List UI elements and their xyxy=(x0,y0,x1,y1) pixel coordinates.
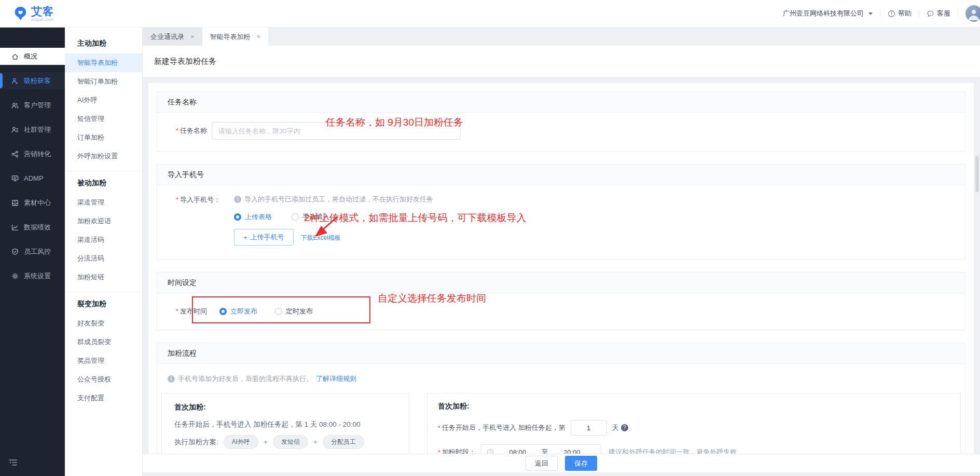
gear-icon xyxy=(11,272,19,280)
user-avatar[interactable] xyxy=(965,5,980,22)
company-selector[interactable]: 广州壹豆网络科技有限公司 xyxy=(783,9,873,18)
secondary-sidebar: 主动加粉 智能导表加粉 智能订单加粉 AI外呼 短信管理 订单加粉 外呼加粉设置… xyxy=(65,28,143,476)
sidebar-item-materials[interactable]: 素材中心 xyxy=(0,194,65,211)
form-card: 任务名称 *任务名称 任务名称，如 9月30日加粉任务 导入手机号 *导入手机号… xyxy=(148,83,974,454)
logo-pin-icon xyxy=(13,6,27,21)
plan-pill-assign-staff: 分配员工 xyxy=(323,435,364,449)
tab-smart-import[interactable]: 智能导表加粉 × xyxy=(202,28,269,46)
sidebar-item-risk-control[interactable]: 员工风控 xyxy=(0,243,65,260)
sidebar-item-customers[interactable]: 客户管理 xyxy=(0,97,65,114)
submenu-item-friend-fission[interactable]: 好友裂变 xyxy=(65,314,142,333)
help-icon xyxy=(888,10,895,18)
home-icon xyxy=(11,52,19,61)
divider xyxy=(958,10,958,17)
sidebar-item-performance[interactable]: 数据绩效 xyxy=(0,219,65,236)
brand-logo[interactable]: 艾客 aiagain.com xyxy=(13,6,54,22)
red-arrow-annotation xyxy=(309,213,344,240)
share-icon xyxy=(11,150,19,158)
logo-domain: aiagain.com xyxy=(31,18,54,22)
submenu-item-ai-call[interactable]: AI外呼 xyxy=(65,91,142,110)
flow-preview-panel: 首次加粉: 任务开始后，手机号进入 加粉任务起，第 1 天 08:00 - 20… xyxy=(161,393,409,454)
back-button[interactable]: 返回 xyxy=(526,456,558,471)
section-task-name-header: 任务名称 xyxy=(157,92,965,113)
upload-phone-button[interactable]: + 上传手机号 xyxy=(234,229,294,246)
question-icon[interactable]: ? xyxy=(621,424,628,431)
user-group-icon xyxy=(11,126,19,134)
radio-manual-input[interactable] xyxy=(292,213,299,221)
scrollbar-thumb[interactable] xyxy=(975,156,979,192)
flow-editor-panel: 首次加粉: * 任务开始后，手机号进入 加粉任务起，第 天 ? * 加粉时段： xyxy=(427,393,961,454)
info-icon: i xyxy=(234,196,241,203)
submenu-item-split-qr[interactable]: 分流活码 xyxy=(65,249,142,268)
close-icon[interactable]: × xyxy=(190,33,195,40)
plan-label: 执行加粉方案: xyxy=(174,438,218,447)
annotation-task-name: 任务名称，如 9月30日加粉任务 xyxy=(326,116,463,129)
help-button[interactable]: 帮助 xyxy=(888,9,912,18)
active-indicator xyxy=(0,73,3,88)
section-task-name: 任务名称 *任务名称 任务名称，如 9月30日加粉任务 xyxy=(157,91,965,152)
section-import-phone: 导入手机号 *导入手机号： i 导入的手机号已添加过员工，将自动过滤，不在执行加… xyxy=(157,164,965,260)
submenu-item-call-settings[interactable]: 外呼加粉设置 xyxy=(65,147,142,166)
clock-icon xyxy=(487,448,494,454)
flow-note: i 手机号添加为好友后，后面的流程不再执行。 了解详细规则 xyxy=(168,374,965,384)
submenu-item-order-add[interactable]: 订单加粉 xyxy=(65,128,142,147)
submenu-item-short-link[interactable]: 加粉短链 xyxy=(65,268,142,287)
submenu-item-channel-mgmt[interactable]: 渠道管理 xyxy=(65,193,142,212)
submenu-item-smart-order[interactable]: 智能订单加粉 xyxy=(65,72,142,91)
task-name-label: *任务名称 xyxy=(176,126,207,135)
submenu-item-smart-import[interactable]: 智能导表加粉 xyxy=(65,53,142,72)
plan-pill-ai-call: AI外呼 xyxy=(224,435,258,449)
sidebar-item-overview[interactable]: 概况 xyxy=(0,48,65,65)
chart-icon xyxy=(11,223,19,232)
time-start-value[interactable]: 08:00 xyxy=(494,448,542,454)
logo-text: 艾客 xyxy=(31,6,54,17)
form-footer: 返回 保存 xyxy=(143,454,980,472)
tab-contacts[interactable]: 企业通讯录 × xyxy=(143,28,202,46)
sidebar-item-marketing[interactable]: 营销转化 xyxy=(0,145,65,162)
users-icon xyxy=(11,101,19,110)
save-button[interactable]: 保存 xyxy=(565,456,597,471)
day-row-suffix: 天 xyxy=(612,423,619,432)
submenu-group-active-add: 主动加粉 xyxy=(65,33,142,53)
submenu-item-group-fission[interactable]: 群成员裂变 xyxy=(65,333,142,351)
import-phone-note: i 导入的手机号已添加过员工，将自动过滤，不在执行加好友任务 xyxy=(234,195,433,204)
submenu-item-welcome-msg[interactable]: 加粉欢迎语 xyxy=(65,212,142,230)
tab-bar: 企业通讯录 × 智能导表加粉 × xyxy=(143,28,980,46)
time-end-value[interactable]: 20:00 xyxy=(548,448,596,454)
info-icon: i xyxy=(168,375,175,383)
close-icon[interactable]: × xyxy=(257,33,261,40)
shield-icon xyxy=(11,248,19,256)
sidebar-item-acquisition[interactable]: 吸粉获客 xyxy=(0,72,65,89)
detailed-rules-link[interactable]: 了解详细规则 xyxy=(316,374,356,384)
section-add-flow-header: 加粉流程 xyxy=(157,343,965,364)
flow-preview-heading: 首次加粉: xyxy=(174,403,396,412)
sidebar-item-community[interactable]: 社群管理 xyxy=(0,121,65,138)
red-highlight-box xyxy=(192,296,370,323)
top-header: 艾客 aiagain.com 广州壹豆网络科技有限公司 帮助 xyxy=(0,0,980,28)
time-range-picker[interactable]: 08:00 至 20:00 xyxy=(481,444,601,454)
customer-service-button[interactable]: 客服 xyxy=(927,9,950,18)
sidebar-item-admp[interactable]: ADMP xyxy=(0,170,65,187)
day-number-input[interactable] xyxy=(571,420,607,436)
submenu-item-official-auth[interactable]: 公众号授权 xyxy=(65,370,142,389)
collapse-sidebar-icon[interactable] xyxy=(8,458,18,467)
flow-preview-line: 任务开始后，手机号进入 加粉任务起，第 1 天 08:00 - 20:00 xyxy=(174,420,396,429)
divider xyxy=(880,10,880,17)
submenu-item-sms[interactable]: 短信管理 xyxy=(65,110,142,128)
flow-editor-heading: 首次加粉: xyxy=(438,402,950,411)
sidebar-item-settings[interactable]: 系统设置 xyxy=(0,267,65,284)
import-phone-label: *导入手机号： xyxy=(176,195,234,246)
radio-upload-table[interactable] xyxy=(234,213,241,221)
time-range-hint: 建议和外呼任务的时间一致，避免外呼失败 xyxy=(609,447,737,454)
submenu-item-channel-qr[interactable]: 渠道活码 xyxy=(65,230,142,249)
plus-icon: + xyxy=(243,234,247,241)
time-range-label: 加粉时段： xyxy=(442,447,476,454)
submenu-item-prize-mgmt[interactable]: 奖品管理 xyxy=(65,351,142,370)
page-title: 新建导表加粉任务 xyxy=(143,46,980,77)
submenu-group-fission-add: 裂变加粉 xyxy=(65,293,142,314)
user-plus-icon xyxy=(11,77,19,85)
submenu-item-payment-config[interactable]: 支付配置 xyxy=(65,389,142,407)
section-import-phone-header: 导入手机号 xyxy=(157,165,965,185)
divider xyxy=(919,10,919,17)
section-time-setting: 时间设定 *发布时间 立即发布 定时发布 自定义选择任务发布时间 xyxy=(157,272,965,330)
